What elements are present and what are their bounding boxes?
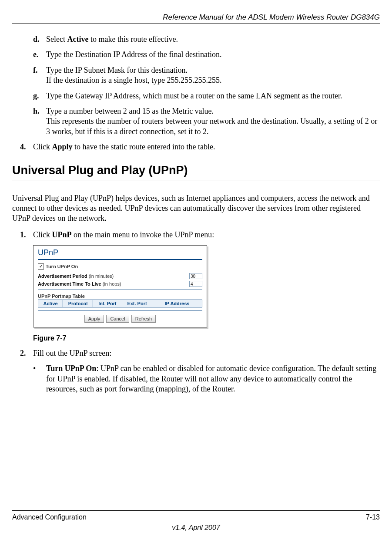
col-ext-port: Ext. Port [122,300,152,307]
step-text: Fill out the UPnP screen: [33,348,111,358]
running-header: Reference Manual for the ADSL Modem Wire… [12,13,380,24]
adv-period-input[interactable]: 30 [189,273,202,279]
step-marker: f. [33,65,46,86]
turn-upnp-on-row: ✓ Turn UPnP On [38,263,202,270]
step-text: Click UPnP on the main menu to invoke th… [33,230,214,240]
step-1: 1. Click UPnP on the main menu to invoke… [20,230,380,240]
adv-period-label: Advertisement Period (in minutes) [38,273,189,279]
col-ip-address: IP Address [152,300,202,307]
bullet-marker: • [33,364,46,394]
bullet-turn-upnp-on: • Turn UPnP On: UPnP can be enabled or d… [33,364,380,394]
step-marker: e. [33,50,46,60]
text-fragment: (in hops) [101,281,121,287]
step-h: h. Type a number between 2 and 15 as the… [33,106,380,137]
step-e: e. Type the Destination IP Address of th… [33,50,380,60]
step-text: Type a number between 2 and 15 as the Me… [46,106,380,137]
step-f: f. Type the IP Subnet Mask for this dest… [33,65,380,86]
step-marker: h. [33,106,46,137]
adv-ttl-input[interactable]: 4 [189,281,202,287]
text-bold: Active [67,35,88,44]
step-marker: d. [33,34,46,44]
bullet-text: Turn UPnP On: UPnP can be enabled or dis… [46,364,380,394]
footer-page-number: 7-13 [366,513,380,521]
adv-period-row: Advertisement Period (in minutes) 30 [38,273,202,279]
fig-rule [38,259,202,260]
text-fragment: to have the static route entered into th… [73,142,215,151]
text-fragment: Click [33,230,52,239]
step-g: g. Type the Gateway IP Address, which mu… [33,91,380,101]
adv-ttl-row: Advertisement Time To Live (in hops) 4 [38,281,202,287]
step-d: d. Select Active to make this route effe… [33,34,380,44]
step-marker: 2. [20,348,33,358]
step-text: Select Active to make this route effecti… [46,34,178,44]
step-text: Type the Destination IP Address of the f… [46,50,222,60]
text-fragment: Click [33,142,52,151]
step-text: Type the Gateway IP Address, which must … [46,91,342,101]
col-active: Active [38,300,63,307]
fig-button-row: Apply Cancel Refresh [38,315,202,323]
apply-button[interactable]: Apply [84,315,104,323]
page-footer: Advanced Configuration 7-13 v1.4, April … [12,510,380,532]
footer-version: v1.4, April 2007 [12,524,380,532]
figure-caption: Figure 7-7 [33,334,380,342]
heading-rule [12,181,380,181]
portmap-heading: UPnP Portmap Table [38,293,202,299]
text-bold: Advertisement Period [38,273,87,279]
text-fragment: to make this route effective. [88,35,178,44]
text-bold: Apply [52,142,73,151]
footer-rule [12,510,380,511]
turn-upnp-checkbox[interactable]: ✓ [38,263,44,270]
section-heading: Universal Plug and Play (UPnP) [12,164,380,177]
text-bold: Turn UPnP On [46,364,96,373]
text-fragment: on the main menu to invoke the UPnP menu… [72,230,214,239]
fig-rule [38,290,202,290]
turn-upnp-label: Turn UPnP On [46,264,78,269]
upnp-panel-title: UPnP [38,248,202,257]
step-marker: 4. [20,142,33,152]
fig-rule [38,310,202,310]
intro-paragraph: Universal Plug and Play (UPnP) helps dev… [12,193,380,224]
refresh-button[interactable]: Refresh [131,315,156,323]
portmap-table-header: Active Protocol Int. Port Ext. Port IP A… [38,300,202,307]
step-marker: g. [33,91,46,101]
step-marker: 1. [20,230,33,240]
text-fragment: (in minutes) [87,273,114,279]
upnp-screenshot: UPnP ✓ Turn UPnP On Advertisement Period… [33,245,207,327]
figure-container: UPnP ✓ Turn UPnP On Advertisement Period… [33,245,380,327]
text-bold: UPnP [52,230,72,239]
step-4: 4. Click Apply to have the static route … [20,142,380,152]
footer-left: Advanced Configuration [12,513,87,521]
col-protocol: Protocol [63,300,93,307]
step-text: Type the IP Subnet Mask for this destina… [46,65,221,86]
cancel-button[interactable]: Cancel [106,315,129,323]
col-int-port: Int. Port [93,300,122,307]
adv-ttl-label: Advertisement Time To Live (in hops) [38,281,189,287]
text-bold: Advertisement Time To Live [38,281,101,287]
step-2: 2. Fill out the UPnP screen: [20,348,380,358]
text-fragment: Select [46,35,67,44]
step-text: Click Apply to have the static route ent… [33,142,215,152]
